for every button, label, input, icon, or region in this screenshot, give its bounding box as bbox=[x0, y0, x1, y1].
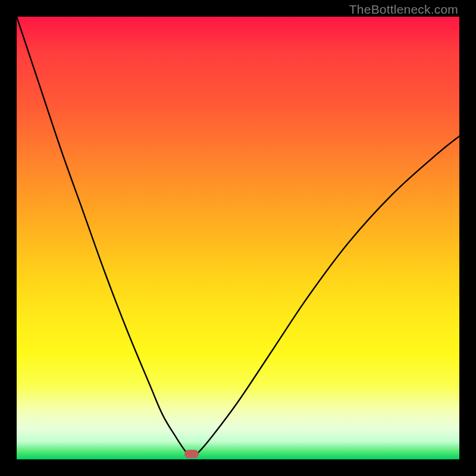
bottleneck-curve bbox=[17, 17, 459, 459]
plot-area bbox=[17, 17, 459, 459]
optimum-marker bbox=[184, 450, 199, 458]
chart-frame: TheBottleneck.com bbox=[0, 0, 476, 476]
watermark-text: TheBottleneck.com bbox=[349, 2, 458, 17]
